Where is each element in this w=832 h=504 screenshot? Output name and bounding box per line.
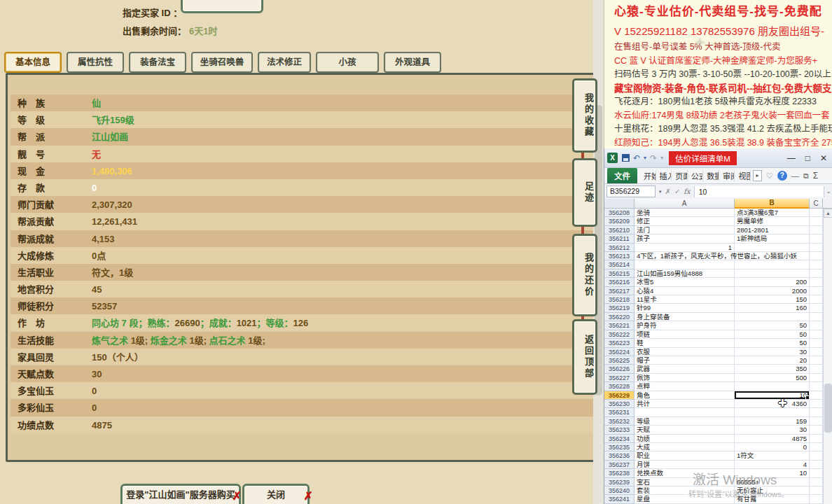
cell-c[interactable] [810,244,823,252]
cell-a[interactable]: 法门 [635,226,735,234]
ribbon-tab-数据[interactable]: 数据 [703,170,719,181]
row-header[interactable]: 356221 [604,321,635,330]
cell-c[interactable] [810,226,823,234]
cell-a[interactable]: 11星卡 [635,295,735,304]
cell-c[interactable] [810,321,823,330]
row-header[interactable]: 356233 [604,426,635,434]
cell-b[interactable] [735,270,810,278]
cell-a[interactable]: 江山如画159男仙4888 [635,270,735,278]
row-header[interactable]: 356238 [604,469,635,477]
row-header[interactable]: 356226 [604,365,635,373]
footprints-button[interactable]: 足迹 [572,158,597,227]
formula-input[interactable]: 10 [694,186,824,197]
cell-c[interactable] [810,270,823,278]
row-header[interactable]: 356218 [604,295,635,304]
cell-a[interactable]: 功绩 [635,435,735,443]
cell-b[interactable]: 点3满3魔6鬼7 [735,209,810,217]
row-header[interactable]: 356209 [604,217,635,225]
cell-b[interactable]: 30 [735,426,810,434]
cell-b[interactable]: 160 [735,304,810,312]
row-header[interactable]: 356211 [604,234,635,243]
cell-c[interactable] [810,374,823,382]
excel-vertical-scrollbar[interactable]: ▲ [823,209,832,504]
cell-c[interactable] [810,260,823,269]
tab-attributes[interactable]: 属性抗性 [67,52,124,73]
cell-b[interactable]: 350 [735,365,810,373]
cell-a[interactable]: 衣服 [635,348,735,356]
ribbon-tab-file[interactable]: 文件 [607,168,637,183]
cell-b[interactable]: 500 [735,374,810,382]
cell-a[interactable]: 孩子 [635,234,735,243]
row-header[interactable]: 356212 [604,244,635,252]
tab-equipment[interactable]: 装备法宝 [129,52,186,73]
row-header[interactable]: 356231 [604,408,635,416]
name-box[interactable]: B356229 [606,186,656,197]
cell-b[interactable]: 2801-2801 [735,226,810,234]
cell-a[interactable]: 4下区，1新孩子，风克火平秒，传世容止，心猿狐小妖 [635,252,735,260]
cell-c[interactable] [810,278,823,286]
cell-c[interactable] [810,400,823,408]
restore-icon[interactable]: ⧉ [803,172,809,181]
row-header[interactable]: 356241 [604,495,635,503]
row-header[interactable]: 356237 [604,461,635,469]
cell-c[interactable] [810,435,823,443]
cell-a[interactable]: 点粹 [635,382,735,391]
cell-b[interactable]: 200 [735,278,810,286]
column-header-a[interactable]: A [635,199,735,209]
cell-a[interactable]: 护身符 [635,321,735,330]
cell-a[interactable]: 身上穿装备 [635,313,735,321]
cell-b[interactable]: 2000 [735,287,810,295]
cell-c[interactable] [810,478,823,486]
cell-a[interactable]: 帽子 [635,356,735,365]
row-header[interactable]: 356220 [604,313,635,321]
ribbon-tab-插入[interactable]: 插入 [656,170,672,181]
row-header[interactable]: 356215 [604,270,635,278]
cell-b[interactable] [735,408,810,416]
cell-c[interactable] [810,417,823,426]
cell-c[interactable] [810,495,823,503]
cell-b[interactable]: 50 [735,339,810,347]
close-window-icon[interactable]: ✕ [820,153,827,163]
cell-c[interactable] [810,295,823,304]
cell-a[interactable]: 修正 [635,217,735,225]
cell-a[interactable]: 天赋 [635,426,735,434]
cell-b[interactable]: 1符文 [735,451,810,460]
cell-c[interactable] [810,252,823,260]
cell-c[interactable] [810,408,823,416]
cell-b[interactable] [735,313,810,321]
column-header-b[interactable]: B [735,199,810,209]
cell-b[interactable]: 20 [735,356,810,365]
row-header[interactable]: 356222 [604,330,635,339]
qat-dropdown-icon[interactable]: ▾ [660,155,663,161]
ribbon-tab-开始[interactable]: 开始 [640,170,656,181]
row-header[interactable]: 356227 [604,374,635,382]
tab-children[interactable]: 小孩 [316,52,379,73]
excel-scrollbar-thumb[interactable] [824,384,832,433]
cell-a[interactable]: 等级 [635,417,735,426]
cell-a[interactable]: 心猿4 [635,287,735,295]
row-header[interactable]: 356235 [604,443,635,451]
close-button[interactable]: 关闭 ✗ [242,484,310,504]
row-header[interactable]: 356228 [604,382,635,391]
redo-icon[interactable]: ↷ [650,153,657,163]
minimize-ribbon-icon[interactable]: — [791,172,799,180]
name-box-dropdown-icon[interactable]: ▾ [659,189,662,195]
cell-b[interactable]: 男魔单修 [735,217,810,225]
cell-c[interactable] [810,391,823,400]
tab-basic-info[interactable]: 基本信息 [4,52,62,73]
cell-b[interactable]: 4875 [735,435,810,443]
row-header[interactable]: 356224 [604,348,635,356]
cell-c[interactable] [810,330,823,339]
my-favorites-button[interactable]: 我的收藏 [572,78,597,153]
row-header[interactable]: 356214 [604,260,635,269]
cell-a[interactable]: 月饼 [635,461,735,469]
cell-a[interactable]: 冰雪5 [635,278,735,286]
cell-b[interactable]: 1新神结局 [735,234,810,243]
cell-c[interactable] [810,313,823,321]
cell-a[interactable]: 职业 [635,451,735,460]
cell-b[interactable] [735,382,810,391]
cell-b[interactable]: 30 [735,348,810,356]
cell-c[interactable] [810,469,823,477]
row-header[interactable]: 356225 [604,356,635,365]
cell-a[interactable]: 大成 [635,443,735,451]
